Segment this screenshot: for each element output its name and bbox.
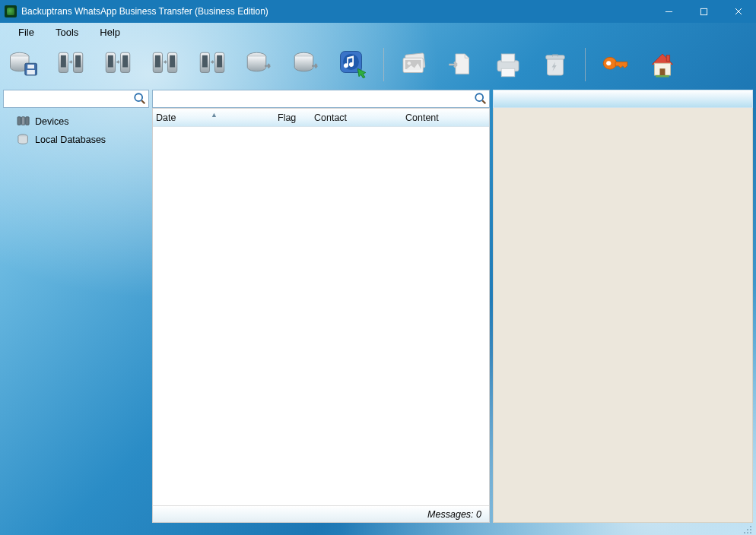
footer: [0, 526, 756, 535]
sidebar: Devices Local Databases: [3, 90, 149, 523]
svg-rect-6: [27, 65, 34, 68]
svg-rect-9: [61, 55, 66, 68]
sidebar-tree: Devices Local Databases: [3, 108, 149, 523]
menu-bar: File Tools Help: [0, 23, 756, 41]
main-search-input[interactable]: [153, 93, 472, 104]
messages-table: Date ▲ Flag Contact Content Messages: 0: [152, 108, 490, 523]
toolbar-phone-transfer-3[interactable]: [148, 47, 183, 82]
preview-body: [493, 108, 753, 523]
svg-point-38: [606, 61, 611, 65]
phone-transfer-icon: [149, 49, 181, 81]
status-count: 0: [476, 509, 481, 520]
main-search: [152, 90, 490, 108]
sidebar-item-devices[interactable]: Devices: [3, 112, 149, 131]
svg-rect-40: [660, 68, 665, 75]
svg-rect-23: [217, 55, 222, 68]
sort-asc-icon: ▲: [211, 111, 218, 119]
toolbar-print[interactable]: [491, 47, 526, 82]
minimize-button[interactable]: [651, 0, 686, 23]
app-icon: [5, 5, 17, 17]
svg-rect-17: [155, 55, 160, 68]
svg-point-48: [475, 93, 483, 101]
recycle-bin-icon: [539, 49, 571, 81]
status-label: Messages:: [427, 509, 473, 520]
toolbar: [0, 41, 756, 90]
column-flag[interactable]: Flag: [275, 112, 311, 123]
toolbar-export-file[interactable]: [443, 47, 478, 82]
phone-transfer-icon: [102, 49, 134, 81]
toolbar-separator: [383, 48, 384, 81]
key-icon: [599, 49, 631, 81]
menu-help[interactable]: Help: [100, 27, 120, 38]
resize-grip[interactable]: [742, 526, 753, 535]
file-export-icon: [445, 49, 477, 81]
printer-icon: [492, 49, 524, 81]
toolbar-media[interactable]: [396, 47, 431, 82]
sidebar-item-local-databases[interactable]: Local Databases: [3, 131, 149, 149]
sidebar-item-label: Local Databases: [35, 135, 106, 145]
toolbar-register[interactable]: [598, 47, 633, 82]
status-bar: Messages: 0: [153, 505, 489, 522]
window-title: Backuptrans WhatsApp Business Transfer (…: [21, 6, 268, 17]
toolbar-home[interactable]: [645, 47, 680, 82]
svg-point-42: [135, 93, 142, 101]
sidebar-item-label: Devices: [35, 116, 68, 127]
toolbar-phone-transfer-1[interactable]: [53, 47, 88, 82]
search-icon: [133, 92, 147, 106]
toolbar-separator: [585, 48, 586, 81]
main-panel: Date ▲ Flag Contact Content Messages: 0: [152, 90, 490, 523]
maximize-button[interactable]: [686, 0, 721, 23]
svg-line-49: [482, 100, 485, 103]
menu-tools[interactable]: Tools: [56, 27, 78, 38]
svg-rect-46: [26, 117, 29, 125]
phone-transfer-icon: [196, 49, 228, 81]
sidebar-search: [3, 90, 149, 108]
toolbar-db-export-2[interactable]: [289, 47, 324, 82]
database-export-icon: [243, 49, 275, 81]
svg-rect-34: [501, 68, 515, 77]
toolbar-backup-db[interactable]: [6, 47, 41, 82]
svg-rect-1: [700, 8, 707, 14]
search-icon: [474, 92, 488, 106]
sidebar-search-button[interactable]: [132, 90, 148, 107]
svg-rect-33: [501, 54, 515, 62]
close-button[interactable]: [721, 0, 756, 23]
toolbar-db-export-1[interactable]: [242, 47, 277, 82]
svg-rect-11: [75, 55, 81, 68]
database-export-icon: [291, 49, 322, 81]
svg-rect-15: [122, 55, 128, 68]
database-icon: [17, 134, 30, 146]
svg-rect-44: [17, 117, 21, 125]
toolbar-phone-transfer-2[interactable]: [100, 47, 135, 82]
toolbar-phone-transfer-4[interactable]: [195, 47, 230, 82]
svg-rect-41: [666, 55, 669, 62]
table-body: [153, 127, 489, 505]
main-search-button[interactable]: [472, 90, 489, 107]
table-header: Date ▲ Flag Contact Content: [153, 109, 489, 127]
preview-header: [493, 90, 753, 108]
column-content[interactable]: Content: [402, 112, 489, 123]
menu-file[interactable]: File: [18, 27, 34, 38]
devices-icon: [17, 116, 30, 128]
svg-rect-19: [170, 55, 175, 68]
sidebar-search-input[interactable]: [4, 93, 132, 104]
phone-transfer-icon: [55, 49, 87, 81]
photo-stack-icon: [398, 49, 430, 81]
svg-rect-21: [202, 55, 208, 68]
itunes-import-icon: [338, 49, 370, 81]
svg-line-43: [141, 100, 145, 103]
toolbar-itunes-import[interactable]: [336, 47, 371, 82]
column-date[interactable]: Date ▲: [153, 112, 275, 123]
title-bar: Backuptrans WhatsApp Business Transfer (…: [0, 0, 756, 23]
home-icon: [646, 49, 678, 81]
preview-panel: [493, 90, 753, 523]
column-contact[interactable]: Contact: [311, 112, 402, 123]
svg-rect-13: [108, 55, 113, 68]
svg-rect-36: [546, 55, 565, 59]
database-save-icon: [8, 49, 40, 81]
svg-rect-45: [21, 117, 24, 125]
svg-point-31: [408, 62, 411, 65]
svg-rect-7: [27, 70, 35, 74]
toolbar-delete[interactable]: [538, 47, 573, 82]
